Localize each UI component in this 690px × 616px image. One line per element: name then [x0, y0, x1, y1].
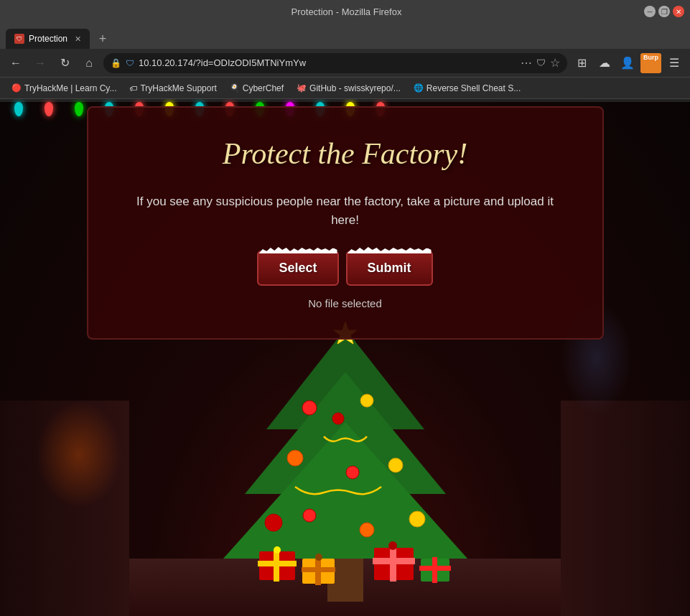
- bookmarks-bar: 🔴 TryHackMe | Learn Cy... 🏷 TryHackMe Su…: [0, 78, 690, 99]
- svg-point-4: [302, 401, 317, 415]
- restore-button[interactable]: ❐: [658, 6, 670, 17]
- url-menu-button[interactable]: ⋯: [521, 56, 532, 70]
- nav-bar: ← → ↻ ⌂ 🔒 🛡 ⋯ 🛡 ☆ ⊞ ☁ 👤 Burp ☰: [0, 49, 690, 78]
- tab-protection[interactable]: 🛡 Protection ✕: [6, 29, 90, 49]
- bookmark-label-2: CyberChef: [243, 83, 284, 93]
- svg-point-28: [388, 541, 397, 550]
- title-bar: Protection - Mozilla Firefox ─ ❐ ✕: [0, 0, 690, 23]
- bookmark-tryhackme-learn[interactable]: 🔴 TryHackMe | Learn Cy...: [6, 82, 122, 95]
- bookmark-icon-3: 🐙: [297, 83, 307, 93]
- bookmark-label-4: Reverse Shell Cheat S...: [426, 83, 521, 93]
- tab-close-button[interactable]: ✕: [75, 34, 81, 44]
- home-button[interactable]: ⌂: [79, 53, 99, 73]
- security-icon: 🔒: [111, 58, 121, 68]
- tab-bar: 🛡 Protection ✕ +: [0, 23, 690, 49]
- bookmark-github[interactable]: 🐙 GitHub - swisskyrepo/...: [291, 82, 406, 95]
- close-button[interactable]: ✕: [673, 6, 684, 17]
- shield-verify-icon: 🛡: [536, 57, 546, 68]
- svg-point-13: [303, 509, 316, 522]
- submit-button[interactable]: Submit: [346, 251, 433, 286]
- back-button[interactable]: ←: [6, 53, 26, 73]
- svg-point-27: [315, 554, 322, 561]
- bookmark-icon-2: 🍳: [230, 83, 240, 93]
- tab-favicon: 🛡: [14, 34, 24, 44]
- menu-button[interactable]: ☰: [664, 53, 684, 73]
- christmas-background: Protect the Factory! If you see any susp…: [0, 99, 690, 616]
- light-2: [75, 102, 83, 116]
- bookmark-reverse-shell[interactable]: 🌐 Reverse Shell Cheat S...: [408, 82, 526, 95]
- url-input[interactable]: [139, 57, 516, 68]
- svg-rect-17: [274, 550, 279, 582]
- svg-point-29: [274, 546, 281, 554]
- svg-point-10: [265, 514, 282, 531]
- bookmark-cyberchef[interactable]: 🍳 CyberChef: [224, 82, 289, 95]
- browser-window: Protection - Mozilla Firefox ─ ❐ ✕ 🛡 Pro…: [0, 0, 690, 616]
- bookmark-label-3: GitHub - swisskyrepo/...: [309, 83, 401, 93]
- page-area: Protect the Factory! If you see any susp…: [0, 99, 690, 616]
- sync-button[interactable]: ☁: [595, 53, 615, 73]
- nav-extra-buttons: ⊞ ☁ 👤 Burp ☰: [572, 53, 684, 73]
- christmas-tree-area: [166, 314, 525, 616]
- fireplace-glow: [36, 401, 122, 508]
- bookmark-star-icon[interactable]: ☆: [550, 56, 560, 70]
- svg-point-5: [360, 394, 373, 407]
- svg-point-9: [346, 466, 359, 479]
- new-tab-button[interactable]: +: [93, 29, 113, 49]
- extensions-button[interactable]: ⊞: [572, 53, 592, 73]
- light-0: [14, 102, 23, 116]
- bookmark-tryhackme-support[interactable]: 🏷 TryHackMe Support: [123, 82, 222, 95]
- minimize-button[interactable]: ─: [644, 6, 656, 17]
- svg-rect-20: [315, 557, 321, 585]
- svg-point-11: [409, 511, 425, 527]
- page-description: If you see any suspicious people near th…: [131, 192, 559, 229]
- profile-button[interactable]: 👤: [617, 53, 638, 73]
- svg-point-6: [332, 413, 344, 424]
- window-title: Protection - Mozilla Firefox: [49, 6, 644, 17]
- svg-point-7: [287, 450, 303, 466]
- button-row: Select Submit: [131, 251, 559, 286]
- bookmark-label-1: TryHackMe Support: [140, 83, 216, 93]
- dialog-card: Protect the Factory! If you see any susp…: [87, 106, 604, 340]
- bookmark-icon-0: 🔴: [11, 83, 22, 93]
- christmas-tree-svg: [166, 314, 525, 616]
- file-status: No file selected: [131, 297, 559, 309]
- svg-rect-26: [432, 557, 437, 583]
- svg-point-12: [360, 523, 374, 537]
- light-1: [45, 102, 53, 116]
- wall-right: [561, 401, 690, 616]
- window-controls: ─ ❐ ✕: [644, 6, 684, 17]
- svg-rect-23: [390, 546, 396, 582]
- shield-icon: 🛡: [126, 58, 134, 68]
- page-title: Protect the Factory!: [131, 136, 559, 171]
- burp-badge: Burp: [640, 53, 661, 73]
- bookmark-icon-1: 🏷: [129, 84, 137, 93]
- select-button[interactable]: Select: [257, 251, 338, 286]
- bookmark-icon-4: 🌐: [414, 83, 424, 93]
- url-bar[interactable]: 🔒 🛡 ⋯ 🛡 ☆: [103, 53, 567, 73]
- tab-label: Protection: [29, 34, 67, 44]
- forward-button[interactable]: →: [30, 53, 50, 73]
- reload-button[interactable]: ↻: [55, 53, 75, 73]
- svg-point-8: [388, 458, 403, 472]
- bookmark-label-0: TryHackMe | Learn Cy...: [24, 83, 116, 93]
